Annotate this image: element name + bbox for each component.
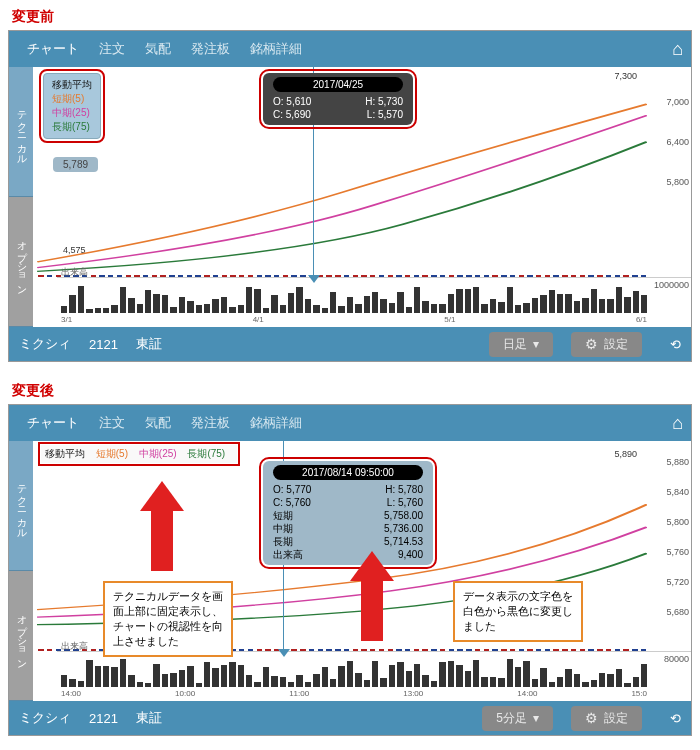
side-tabs: テクニカル オプション <box>9 441 33 701</box>
tab-detail[interactable]: 銘柄詳細 <box>240 36 312 62</box>
rotate-icon[interactable]: ⟲ <box>670 711 681 726</box>
time-axis: 14:00 10:00 11:00 13:00 14:00 15:0 <box>61 689 647 701</box>
volume-area: 出来高 80000 14:00 10:00 11:00 13:00 14:00 … <box>57 651 691 701</box>
exchange: 東証 <box>136 335 162 353</box>
axis-a2: 5,840 <box>666 487 689 497</box>
tab-chart[interactable]: チャート <box>17 36 89 62</box>
stock-code: 2121 <box>89 711 118 726</box>
ma-legend: 移動平均 短期(5) 中期(25) 長期(75) <box>43 73 101 139</box>
gear-icon: ⚙ <box>585 710 598 726</box>
chart-tooltip: 2017/08/14 09:50:00 O: 5,770H: 5,780C: 5… <box>263 461 433 565</box>
high-label: 5,890 <box>614 449 637 459</box>
before-panel: チャート 注文 気配 発注板 銘柄詳細 ⌂ テクニカル オプション 移動平均 短… <box>8 30 692 362</box>
timeframe-button[interactable]: 日足 ▾ <box>489 332 553 357</box>
chart-container-after: テクニカル オプション 移動平均 短期(5) 中期(25) 長期(75) 201… <box>9 441 691 701</box>
chart-main[interactable]: 移動平均 短期(5) 中期(25) 長期(75) 2017/08/14 09:5… <box>33 441 691 701</box>
ma-short: 短期(5) <box>52 92 92 106</box>
home-icon[interactable]: ⌂ <box>672 413 683 434</box>
chart-main[interactable]: 移動平均 短期(5) 中期(25) 長期(75) 2017/04/25 O: 5… <box>33 67 691 327</box>
arrow-left-icon <box>143 481 181 571</box>
axis-a4: 5,760 <box>666 547 689 557</box>
settings-button[interactable]: ⚙設定 <box>571 332 642 357</box>
volume-area: 出来高 1000000 3/1 4/1 5/1 6/1 <box>57 277 691 327</box>
side-tab-technical[interactable]: テクニカル <box>9 67 33 197</box>
tab-quote[interactable]: 気配 <box>135 410 181 436</box>
chart-container-before: テクニカル オプション 移動平均 短期(5) 中期(25) 長期(75) 201… <box>9 67 691 327</box>
header-bar: チャート 注文 気配 発注板 銘柄詳細 ⌂ <box>9 31 691 67</box>
ma-long: 長期(75) <box>52 120 92 134</box>
after-section-label: 変更後 <box>0 374 700 404</box>
tab-orderboard[interactable]: 発注板 <box>181 36 240 62</box>
callout-left: テクニカルデータを画面上部に固定表示し、チャートの視認性を向上させました <box>103 581 233 657</box>
axis-a3: 5,800 <box>666 517 689 527</box>
tab-chart[interactable]: チャート <box>17 410 89 436</box>
timeframe-button[interactable]: 5分足 ▾ <box>482 706 553 731</box>
header-bar: チャート 注文 気配 発注板 銘柄詳細 ⌂ <box>9 405 691 441</box>
side-tab-option[interactable]: オプション <box>9 197 33 327</box>
axis-a1: 5,880 <box>666 457 689 467</box>
axis-a6: 5,680 <box>666 607 689 617</box>
callout-right: データ表示の文字色を白色から黒色に変更しました <box>453 581 583 642</box>
stock-code: 2121 <box>89 337 118 352</box>
arrow-right-icon <box>353 551 391 601</box>
axis-a5: 5,720 <box>666 577 689 587</box>
rotate-icon[interactable]: ⟲ <box>670 337 681 352</box>
axis-t3: 5,800 <box>666 177 689 187</box>
axis-t2: 6,400 <box>666 137 689 147</box>
stock-name: ミクシィ <box>19 709 71 727</box>
side-tab-technical[interactable]: テクニカル <box>9 441 33 571</box>
tab-order[interactable]: 注文 <box>89 410 135 436</box>
side-tab-option[interactable]: オプション <box>9 571 33 701</box>
footer-bar: ミクシィ 2121 東証 5分足 ▾ ⚙設定 ⟲ <box>9 701 691 735</box>
high-label: 7,300 <box>614 71 637 81</box>
side-tabs: テクニカル オプション <box>9 67 33 327</box>
gear-icon: ⚙ <box>585 336 598 352</box>
tab-detail[interactable]: 銘柄詳細 <box>240 410 312 436</box>
volume-tick: 80000 <box>664 654 689 664</box>
tooltip-date: 2017/04/25 <box>273 77 403 92</box>
stock-name: ミクシィ <box>19 335 71 353</box>
tab-order[interactable]: 注文 <box>89 36 135 62</box>
footer-bar: ミクシィ 2121 東証 日足 ▾ ⚙設定 ⟲ <box>9 327 691 361</box>
ma-legend-inline: 移動平均 短期(5) 中期(25) 長期(75) <box>41 445 237 463</box>
after-panel: チャート 注文 気配 発注板 銘柄詳細 ⌂ テクニカル オプション 移動平均 短… <box>8 404 692 736</box>
volume-tick: 1000000 <box>654 280 689 290</box>
axis-t1: 7,000 <box>666 97 689 107</box>
tab-quote[interactable]: 気配 <box>135 36 181 62</box>
chart-tooltip: 2017/04/25 O: 5,610H: 5,730 C: 5,690L: 5… <box>263 73 413 125</box>
before-section-label: 変更前 <box>0 0 700 30</box>
ma-title: 移動平均 <box>52 78 92 92</box>
home-icon[interactable]: ⌂ <box>672 39 683 60</box>
exchange: 東証 <box>136 709 162 727</box>
tooltip-date: 2017/08/14 09:50:00 <box>273 465 423 480</box>
ma-mid: 中期(25) <box>52 106 92 120</box>
tab-orderboard[interactable]: 発注板 <box>181 410 240 436</box>
settings-button[interactable]: ⚙設定 <box>571 706 642 731</box>
time-axis: 3/1 4/1 5/1 6/1 <box>61 315 647 327</box>
